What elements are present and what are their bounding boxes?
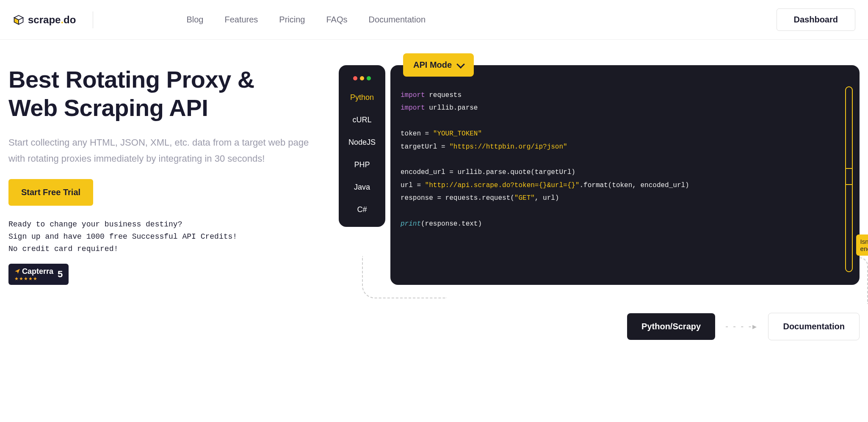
- traffic-light-yellow: [360, 76, 364, 80]
- promo-text: Ready to change your business destiny? S…: [8, 218, 322, 255]
- hero-subtitle: Start collecting any HTML, JSON, XML, et…: [8, 135, 322, 166]
- chevron-down-icon: [456, 60, 465, 69]
- api-mode-dropdown[interactable]: API Mode: [403, 53, 474, 77]
- nav-features[interactable]: Features: [224, 15, 258, 25]
- logo-text: scrape: [28, 14, 61, 25]
- logo[interactable]: scrape.do: [13, 14, 76, 26]
- scrollbar[interactable]: [845, 86, 853, 272]
- traffic-light-green: [367, 76, 371, 80]
- nav-documentation[interactable]: Documentation: [369, 15, 426, 25]
- flow-documentation[interactable]: Documentation: [768, 313, 860, 340]
- logo-icon: [13, 14, 25, 26]
- lang-tab-python[interactable]: Python: [350, 89, 374, 106]
- dashed-connector-right: [851, 257, 868, 304]
- lang-tab-nodejs[interactable]: NodeJS: [348, 134, 376, 151]
- capterra-stars: ★★★★★: [14, 276, 53, 281]
- capterra-label: Capterra: [22, 267, 53, 276]
- start-free-trial-button[interactable]: Start Free Trial: [8, 179, 93, 206]
- lang-tab-csharp[interactable]: C#: [357, 201, 367, 218]
- code-example: import requests import urllib.parse toke…: [401, 65, 849, 230]
- traffic-lights: [353, 74, 371, 84]
- lang-tab-java[interactable]: Java: [354, 179, 370, 196]
- traffic-light-red: [353, 76, 357, 80]
- logo-suffix: do: [64, 14, 76, 25]
- hero-title: Best Rotating Proxy & Web Scraping API: [8, 65, 322, 122]
- capterra-badge[interactable]: Capterra ★★★★★ 5: [8, 264, 69, 285]
- lang-tab-curl[interactable]: cURL: [352, 111, 371, 129]
- nav-pricing[interactable]: Pricing: [279, 15, 305, 25]
- capterra-arrow-icon: [14, 268, 20, 274]
- flow-arrow-icon: - - - -▸: [725, 321, 758, 331]
- language-tabs: Python cURL NodeJS PHP Java C#: [339, 65, 385, 227]
- dashed-connector-left: [362, 256, 447, 298]
- code-panel: API Mode import requests import urllib.p…: [390, 65, 860, 285]
- flow-python-scrapy[interactable]: Python/Scrapy: [627, 313, 715, 340]
- nav-faqs[interactable]: FAQs: [326, 15, 348, 25]
- dashboard-button[interactable]: Dashboard: [777, 8, 855, 31]
- header-divider: [93, 11, 93, 28]
- lang-tab-php[interactable]: PHP: [354, 156, 370, 174]
- scrollbar-handle[interactable]: [846, 168, 852, 185]
- nav-blog[interactable]: Blog: [186, 15, 203, 25]
- isnt-that-enough-badge[interactable]: Isn't that enough?: [856, 234, 868, 256]
- capterra-score: 5: [58, 269, 63, 280]
